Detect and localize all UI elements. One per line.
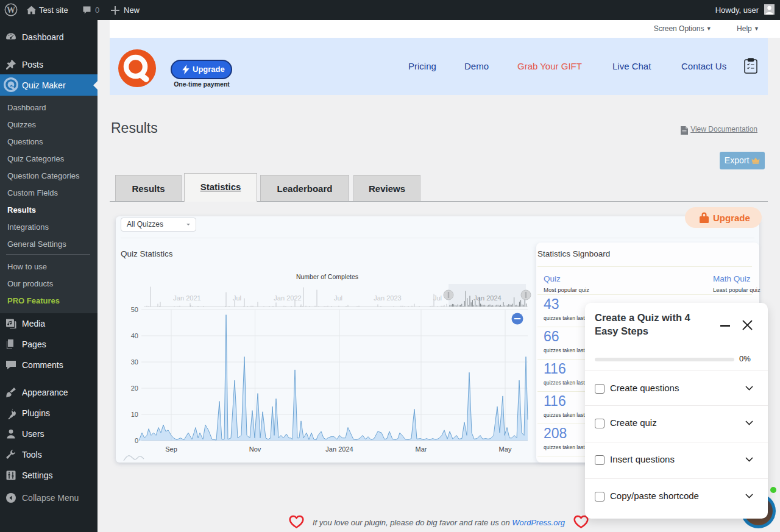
- svg-text:Nov: Nov: [249, 445, 261, 453]
- svg-text:Jan 2024: Jan 2024: [325, 445, 353, 453]
- svg-text:Jan 2021: Jan 2021: [173, 294, 200, 302]
- svg-text:Jul: Jul: [433, 294, 442, 302]
- svg-text:Jan 2024: Jan 2024: [473, 294, 501, 302]
- svg-text:May: May: [499, 445, 512, 453]
- svg-text:Mar: Mar: [416, 445, 427, 453]
- svg-text:Number of Completes: Number of Completes: [296, 273, 358, 280]
- svg-text:Jul: Jul: [334, 294, 342, 302]
- svg-text:20: 20: [131, 385, 138, 392]
- svg-text:50: 50: [131, 306, 138, 313]
- svg-text:10: 10: [131, 411, 138, 418]
- svg-text:40: 40: [131, 332, 138, 339]
- svg-text:W: W: [7, 5, 15, 15]
- svg-text:30: 30: [131, 358, 138, 366]
- svg-text:Jan 2023: Jan 2023: [374, 294, 401, 302]
- svg-text:0: 0: [135, 437, 138, 444]
- svg-text:Jul: Jul: [233, 294, 241, 302]
- svg-text:Sep: Sep: [165, 445, 177, 453]
- svg-text:Jan 2022: Jan 2022: [274, 294, 301, 302]
